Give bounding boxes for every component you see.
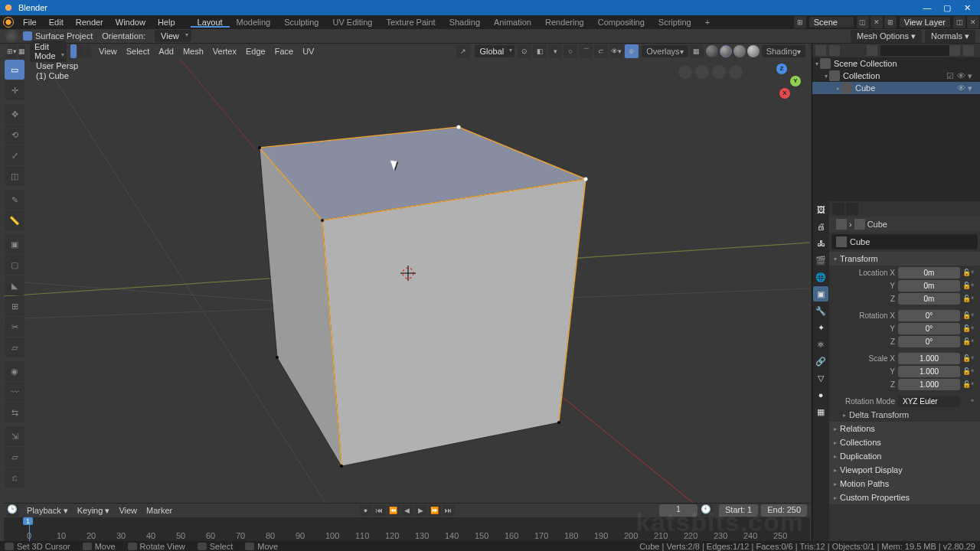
- tool-move[interactable]: ✥: [5, 104, 24, 124]
- mesh-display-dropdown[interactable]: 👁▾: [609, 44, 623, 58]
- scene-delete-icon[interactable]: ✕: [871, 16, 883, 28]
- overlays-toggle[interactable]: ⊕: [625, 44, 639, 58]
- rot-y-field[interactable]: 0°: [898, 323, 960, 334]
- prop-tab-particles[interactable]: ✦: [813, 320, 828, 335]
- minimize-button[interactable]: —: [917, 1, 937, 15]
- prop-tab-modifiers[interactable]: 🔧: [813, 303, 828, 318]
- mode-icon[interactable]: ▦: [18, 44, 25, 58]
- lock-icon[interactable]: 🔓: [962, 269, 971, 276]
- prop-tab-output[interactable]: 🖨: [813, 219, 828, 234]
- rot-z-field[interactable]: 0°: [898, 336, 960, 347]
- prop-tab-material[interactable]: ●: [813, 387, 828, 403]
- panel-relations[interactable]: ▸Relations: [829, 422, 980, 435]
- workspace-add-button[interactable]: +: [698, 18, 717, 27]
- new-collection-icon[interactable]: [963, 45, 974, 56]
- workspace-tab-modeling[interactable]: Modeling: [230, 18, 278, 27]
- panel-duplication[interactable]: ▸Duplication: [829, 449, 980, 463]
- pivot-dropdown[interactable]: ⊙: [518, 44, 531, 58]
- persp-icon[interactable]: [729, 65, 743, 79]
- editor-type-dropdown[interactable]: ⊞▾: [7, 44, 17, 58]
- tool-knife[interactable]: ✂: [5, 317, 24, 337]
- scene-name-field[interactable]: Scene: [808, 16, 854, 28]
- orientation-dropdown[interactable]: View: [155, 30, 191, 42]
- panel-transform[interactable]: ▾Transform: [829, 252, 980, 266]
- normals-dropdown[interactable]: Normals ▾: [925, 30, 975, 43]
- loc-x-field[interactable]: 0m: [898, 267, 960, 279]
- prop-tab-object[interactable]: ▣: [813, 286, 828, 302]
- panel-collections[interactable]: ▸Collections: [829, 435, 980, 449]
- tool-spin[interactable]: ◉: [5, 361, 24, 381]
- scale-z-field[interactable]: 1.000: [898, 379, 960, 390]
- nav-gizmo[interactable]: Z Y X: [753, 64, 801, 102]
- axis-x[interactable]: X: [779, 88, 790, 99]
- axis-z[interactable]: Z: [776, 64, 787, 74]
- proportional-toggle[interactable]: ○: [564, 44, 577, 58]
- outliner-search[interactable]: [880, 45, 949, 56]
- camera-icon[interactable]: [712, 65, 726, 79]
- snap-dropdown[interactable]: ▾: [548, 44, 562, 58]
- workspace-tab-shading[interactable]: Shading: [443, 18, 487, 27]
- workspace-tab-sculpting[interactable]: Sculpting: [277, 18, 325, 27]
- workspace-tab-uvediting[interactable]: UV Editing: [325, 18, 379, 27]
- timeline-menu-view[interactable]: View: [114, 506, 142, 515]
- shading-rendered[interactable]: [747, 45, 760, 57]
- viewport-menu-select[interactable]: Select: [122, 47, 155, 56]
- face-select-icon[interactable]: [85, 44, 92, 58]
- tool-polybuild[interactable]: ▱: [5, 337, 24, 357]
- jump-end[interactable]: ⏭: [443, 505, 455, 516]
- tool-rotate[interactable]: ⟲: [5, 125, 24, 145]
- tool-loopcut[interactable]: ⊞: [5, 296, 24, 316]
- scene-new-icon[interactable]: ◫: [857, 16, 869, 28]
- scene-browse-icon[interactable]: ⊞: [794, 16, 806, 28]
- play[interactable]: ▶: [415, 505, 427, 516]
- outliner-collection[interactable]: ▾ Collection ☑👁▾: [812, 70, 980, 82]
- jump-next-key[interactable]: ⏩: [429, 505, 441, 516]
- tool-annotate[interactable]: ✎: [5, 190, 24, 210]
- rot-mode-dropdown[interactable]: XYZ Euler: [898, 396, 960, 407]
- scale-y-field[interactable]: 1.000: [898, 366, 960, 377]
- filter-icon[interactable]: [949, 45, 960, 56]
- viewport-menu-mesh[interactable]: Mesh: [178, 47, 208, 56]
- viewport-menu-vertex[interactable]: Vertex: [208, 47, 241, 56]
- viewport-menu-view[interactable]: View: [94, 47, 122, 56]
- maximize-button[interactable]: ▢: [937, 1, 957, 15]
- panel-delta[interactable]: ▸Delta Transform: [829, 408, 980, 422]
- close-button[interactable]: ✕: [957, 1, 977, 15]
- outliner-editor-icon[interactable]: [815, 45, 826, 56]
- jump-prev-key[interactable]: ⏪: [387, 505, 400, 516]
- outliner-display-mode[interactable]: [829, 45, 840, 56]
- outliner-item-cube[interactable]: ▸ Cube 👁▾: [812, 82, 980, 94]
- snap-toggle[interactable]: ◧: [533, 44, 547, 58]
- viewport-menu-add[interactable]: Add: [154, 47, 178, 56]
- transform-orientation-icon[interactable]: ↗: [456, 44, 470, 58]
- tool-select-box[interactable]: ▭: [5, 60, 24, 80]
- loc-y-field[interactable]: 0m: [898, 280, 960, 292]
- menu-window[interactable]: Window: [109, 15, 152, 29]
- prop-tab-texture[interactable]: ▦: [813, 404, 828, 419]
- tool-cursor[interactable]: ✛: [5, 80, 24, 100]
- properties-editor-icon[interactable]: [832, 203, 844, 215]
- panel-viewport-display[interactable]: ▸Viewport Display: [829, 463, 980, 477]
- shading-dropdown[interactable]: Shading ▾: [762, 45, 805, 57]
- tool-extrude[interactable]: ▣: [5, 234, 24, 254]
- jump-start[interactable]: ⏮: [374, 505, 386, 516]
- viewport-menu-edge[interactable]: Edge: [241, 47, 270, 56]
- prop-tab-scene[interactable]: 🎬: [813, 253, 828, 268]
- tool-inset[interactable]: ▢: [5, 255, 24, 275]
- vertex-select-icon[interactable]: [70, 44, 77, 58]
- tool-transform[interactable]: ◫: [5, 166, 24, 186]
- workspace-tab-scripting[interactable]: Scripting: [652, 18, 698, 27]
- viewlayer-name-field[interactable]: View Layer: [899, 16, 951, 28]
- menu-render[interactable]: Render: [70, 15, 109, 29]
- loc-z-field[interactable]: 0m: [898, 293, 960, 305]
- workspace-tab-compositing[interactable]: Compositing: [591, 18, 652, 27]
- mesh-options-dropdown[interactable]: Mesh Options ▾: [851, 30, 922, 43]
- tool-smooth[interactable]: 〰: [5, 382, 24, 402]
- shading-lookdev[interactable]: [733, 45, 746, 57]
- overlays-dropdown[interactable]: Overlays ▾: [642, 45, 688, 57]
- mode-dropdown[interactable]: Edit Mode: [30, 41, 67, 62]
- transform-orientation-dropdown[interactable]: Global: [475, 45, 514, 57]
- timeline-menu-keying[interactable]: Keying ▾: [73, 506, 115, 516]
- prop-tab-world[interactable]: 🌐: [813, 269, 828, 285]
- viewlayer-delete-icon[interactable]: ✕: [967, 16, 979, 28]
